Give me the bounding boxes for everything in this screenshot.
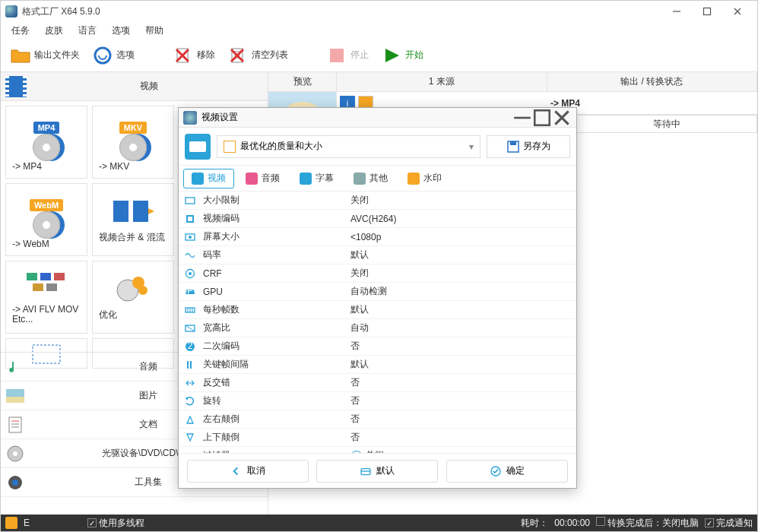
setting-key: GPU [201,287,346,297]
tile-optimize[interactable]: 优化 [92,261,174,334]
titlebar: 格式工厂 X64 5.9.0 [1,1,757,22]
setting-value[interactable]: 否 [346,376,576,389]
maximize-button[interactable] [692,2,722,21]
svg-rect-71 [361,468,370,474]
setting-row[interactable]: 2二次编码否 [179,337,576,356]
menu-options[interactable]: 选项 [106,23,136,39]
close-button[interactable] [722,2,753,21]
setting-value[interactable]: 自动检测 [346,285,576,298]
setting-row[interactable]: GPUGPU自动检测 [179,283,576,301]
setting-row[interactable]: 反交错否 [179,374,576,392]
setting-row[interactable]: CRF关闭 [179,264,576,283]
tile-webm[interactable]: WebM -> WebM [5,183,87,256]
default-button[interactable]: 默认 [316,460,438,483]
tb-stop[interactable]: 停止 [322,43,373,68]
setting-key: 左右颠倒 [201,413,346,426]
notify-toggle[interactable]: 完成通知 [705,517,753,530]
subtitle-tab-icon [300,173,312,185]
tb-options[interactable]: 选项 [87,43,139,68]
shutdown-toggle[interactable]: 转换完成后：关闭电脑 [596,517,699,530]
setting-row[interactable]: 左右颠倒否 [179,410,576,429]
setting-value[interactable]: 否 [346,431,576,444]
tab-other[interactable]: 其他 [345,169,396,188]
tb-output-folder[interactable]: 输出文件夹 [5,43,84,68]
svg-marker-65 [187,434,193,441]
setting-row[interactable]: 关键帧间隔默认 [179,356,576,374]
setting-row[interactable]: 视频编码AVC(H264) [179,210,576,228]
tab-video[interactable]: 视频 [183,169,234,188]
merge-icon [112,196,154,226]
setting-value[interactable]: 关闭 [346,267,576,280]
dialog-close-button[interactable] [552,110,572,125]
setting-value[interactable]: 自动 [346,321,576,334]
watermark-tab-icon [408,173,420,185]
tb-remove[interactable]: 移除 [168,43,220,68]
setting-row[interactable]: 大小限制关闭 [179,192,576,210]
svg-point-4 [95,48,110,63]
tile-mkv[interactable]: MKV -> MKV [92,106,174,179]
ok-button[interactable]: 确定 [446,460,568,483]
setting-row[interactable]: 每秒帧数默认 [179,301,576,319]
cancel-button[interactable]: 取消 [187,460,309,483]
tile-merge[interactable]: 视频合并 & 混流 [92,183,174,256]
svg-point-37 [12,480,18,486]
output-folder-icon[interactable] [5,517,17,529]
setting-icon [179,268,201,279]
save-as-button[interactable]: 另存为 [487,135,570,158]
setting-value[interactable]: 否 [346,413,576,426]
tile-mp4[interactable]: MP4 -> MP4 [5,106,87,179]
tab-audio[interactable]: 音频 [237,169,288,188]
stop-icon [326,45,347,66]
setting-row[interactable]: 过滤器off关闭 [179,447,576,453]
setting-row[interactable]: 上下颠倒否 [179,429,576,447]
output-path[interactable]: E [24,518,30,528]
svg-point-26 [138,286,147,295]
menu-language[interactable]: 语言 [72,23,103,39]
setting-row[interactable]: 宽高比自动 [179,319,576,337]
svg-rect-14 [330,49,344,62]
elapsed-label: 耗时： [521,517,548,530]
menu-skin[interactable]: 皮肤 [39,23,69,39]
video-header[interactable]: 视频 [1,72,268,101]
setting-value[interactable]: AVC(H264) [346,214,576,224]
dialog-minimize-button[interactable] [512,110,532,125]
back-arrow-icon [230,465,243,477]
film-icon [5,76,27,97]
multithread-toggle[interactable]: 使用多线程 [87,517,144,530]
minimize-button[interactable] [661,2,692,21]
col-preview[interactable]: 预览 [268,72,337,91]
setting-value[interactable]: 否 [346,394,576,407]
setting-key: 每秒帧数 [201,303,346,316]
svg-rect-46 [188,217,192,221]
col-source[interactable]: 1 来源 [337,72,547,91]
setting-value[interactable]: 否 [346,340,576,353]
preset-dropdown[interactable]: 最优化的质量和大小 ▾ [217,135,480,158]
svg-marker-64 [187,416,193,423]
video-tab-icon [192,173,204,185]
svg-rect-20 [40,273,51,280]
tb-clear[interactable]: 清空列表 [223,43,293,68]
menu-help[interactable]: 帮助 [139,23,170,39]
svg-point-50 [189,272,192,275]
setting-row[interactable]: 码率默认 [179,246,576,264]
menu-task[interactable]: 任务 [5,23,36,39]
tab-subtitle[interactable]: 字幕 [291,169,342,188]
setting-key: 反交错 [201,376,346,389]
task-header: 预览 1 来源 输出 / 转换状态 [268,72,757,92]
col-output[interactable]: 输出 / 转换状态 [547,72,758,91]
setting-value[interactable]: 默认 [346,249,576,261]
tb-start[interactable]: 开始 [376,43,428,68]
setting-icon: GPU [179,287,201,297]
setting-row[interactable]: 旋转否 [179,392,576,410]
dialog-maximize-button[interactable] [532,110,552,125]
setting-value[interactable]: 关闭 [346,194,576,207]
tile-avi-etc[interactable]: -> AVI FLV MOV Etc... [5,261,87,334]
setting-value[interactable]: <1080p [346,232,576,242]
settings-grid[interactable]: 大小限制关闭视频编码AVC(H264)屏幕大小<1080p码率默认CRF关闭GP… [179,192,576,453]
options-icon [92,45,113,66]
tab-watermark[interactable]: 水印 [399,169,450,188]
setting-value[interactable]: 默认 [346,303,576,316]
setting-row[interactable]: 屏幕大小<1080p [179,228,576,246]
setting-value[interactable]: 默认 [346,358,576,371]
svg-marker-63 [186,397,189,401]
